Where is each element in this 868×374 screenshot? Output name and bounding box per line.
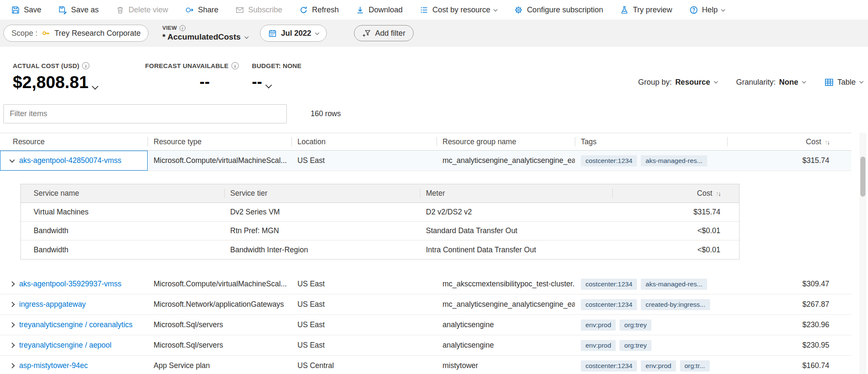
scope-value: Trey Research Corporate (54, 29, 140, 38)
vertical-scrollbar[interactable] (859, 133, 866, 374)
chart-controls: Group by: Resource Granularity: None Tab… (638, 77, 863, 87)
column-header-tags[interactable]: Tags (575, 133, 727, 150)
scope-picker[interactable]: Scope : Trey Research Corporate (3, 25, 148, 42)
service-name-cell: Bandwidth (21, 222, 224, 240)
group-by-label: Group by: (638, 78, 672, 87)
column-header-resource-group[interactable]: Resource group name (437, 133, 575, 150)
location-cell: US East (291, 335, 437, 355)
location-cell: US East (291, 274, 437, 294)
table-row[interactable]: aks-agentpool-42850074-vmss Microsoft.Co… (0, 151, 851, 171)
chevron-down-icon (494, 7, 498, 11)
subscribe-button[interactable]: Subscribe (235, 6, 282, 14)
detail-header-row: Service name Service tier Meter Cost ↑↓ (21, 184, 739, 203)
filter-bar: 160 rows (0, 101, 868, 133)
delete-view-button[interactable]: Delete view (116, 6, 168, 14)
command-bar: Save Save as Delete view Share Subscribe… (0, 0, 868, 20)
service-name-cell: Bandwidth (21, 240, 224, 259)
resource-cell: ingress-appgateway (0, 294, 148, 314)
cost-cell: $230.96 (727, 315, 851, 335)
actual-cost-menu[interactable]: $2,808.81 (13, 73, 97, 92)
table-row[interactable]: aks-agentpool-35929937-vmss Microsoft.Co… (0, 274, 851, 294)
save-button[interactable]: Save (11, 6, 41, 14)
key-icon (42, 29, 50, 37)
share-button[interactable]: Share (185, 6, 218, 14)
beaker-icon (620, 6, 629, 14)
mail-icon (235, 6, 244, 14)
cost-cell: $315.74 (612, 203, 739, 221)
detail-row: Bandwidth Bandwidth Inter-Region Intra C… (21, 240, 739, 259)
view-type-selector[interactable]: Table (824, 77, 863, 87)
group-by-selector[interactable]: Group by: Resource (638, 78, 717, 87)
tag-chip: costcenter:1234 (581, 299, 637, 310)
location-cell: US East (291, 294, 437, 314)
configure-subscription-label: Configure subscription (527, 6, 603, 14)
expand-chevron-icon[interactable] (9, 343, 15, 348)
date-range-picker[interactable]: Jul 2022 (260, 25, 327, 42)
chevron-down-icon (859, 79, 864, 83)
view-selector[interactable]: VIEW * AccumulatedCosts (162, 25, 248, 42)
resource-type-cell: Microsoft.Compute/virtualMachineScal... (148, 151, 291, 171)
column-header-service-tier[interactable]: Service tier (224, 184, 420, 203)
resource-type-cell: App Service plan (148, 356, 291, 374)
budget-menu[interactable]: -- (252, 73, 302, 91)
tag-chip: costcenter:1234 (581, 360, 637, 371)
expand-chevron-icon[interactable] (9, 322, 15, 328)
cost-cell: $160.74 (727, 356, 851, 374)
table-row[interactable]: treyanalyticsengine / aepool Microsoft.S… (0, 335, 851, 356)
add-filter-button[interactable]: Add filter (354, 25, 414, 41)
add-filter-label: Add filter (375, 29, 405, 38)
table-grid-icon (824, 77, 834, 87)
table-row[interactable]: treyanalyticsengine / coreanalytics Micr… (0, 315, 851, 335)
download-button[interactable]: Download (356, 6, 403, 14)
cost-by-resource-menu[interactable]: Cost by resource (420, 6, 497, 14)
tags-cell: costcenter:1234 aks-managed-res... (575, 274, 727, 294)
view-caption-label: VIEW (162, 25, 177, 31)
column-header-cost[interactable]: Cost ↑↓ (612, 184, 739, 203)
resource-link[interactable]: asp-mistytower-94ec (19, 361, 88, 370)
column-header-resource[interactable]: Resource (0, 133, 148, 150)
column-header-resource-type[interactable]: Resource type (148, 133, 291, 150)
resource-link[interactable]: ingress-appgateway (19, 300, 86, 309)
chevron-down-icon (315, 31, 319, 35)
resource-group-cell: analyticsengine (437, 315, 575, 335)
resource-link[interactable]: treyanalyticsengine / coreanalytics (19, 320, 133, 329)
column-header-service-name[interactable]: Service name (21, 184, 224, 203)
tag-chip: aks-managed-res... (641, 279, 707, 290)
help-menu[interactable]: Help (689, 6, 725, 14)
scrollbar-thumb[interactable] (860, 157, 865, 197)
tag-chip: env:prod (581, 320, 616, 331)
detail-row: Bandwidth Rtn Pref: MGN Standard Data Tr… (21, 222, 739, 240)
save-as-button[interactable]: Save as (58, 6, 99, 14)
column-header-meter[interactable]: Meter (420, 184, 612, 203)
cost-analysis-page: Save Save as Delete view Share Subscribe… (0, 0, 868, 374)
budget-value: -- (252, 73, 262, 91)
info-icon (180, 25, 186, 31)
expand-chevron-icon[interactable] (9, 302, 15, 307)
chevron-down-icon (92, 83, 99, 90)
actual-cost-value: $2,808.81 (13, 73, 89, 92)
configure-subscription-button[interactable]: Configure subscription (514, 6, 603, 14)
column-header-location[interactable]: Location (291, 133, 437, 150)
granularity-selector[interactable]: Granularity: None (736, 78, 805, 87)
tag-chip: env:prod (641, 360, 676, 371)
resource-link[interactable]: aks-agentpool-42850074-vmss (19, 156, 121, 165)
table-row[interactable]: asp-mistytower-94ec App Service plan US … (0, 356, 851, 374)
tags-cell: costcenter:1234 env:prod org:tr... (575, 356, 727, 374)
info-icon (231, 62, 239, 69)
column-header-cost[interactable]: Cost ↑↓ (727, 133, 851, 150)
resource-type-cell: Microsoft.Compute/virtualMachineScal... (148, 274, 291, 294)
resource-link[interactable]: aks-agentpool-35929937-vmss (19, 280, 121, 288)
tag-chip: costcenter:1234 (581, 155, 637, 166)
resource-link[interactable]: treyanalyticsengine / aepool (19, 341, 111, 350)
granularity-label: Granularity: (736, 78, 776, 87)
service-tier-cell: Dv2 Series VM (224, 203, 420, 221)
refresh-button[interactable]: Refresh (299, 6, 339, 14)
cost-table: Resource Resource type Location Resource… (0, 133, 851, 374)
try-preview-button[interactable]: Try preview (620, 6, 672, 14)
filter-items-input[interactable] (3, 104, 287, 123)
expand-chevron-icon[interactable] (9, 281, 15, 287)
expand-chevron-icon[interactable] (9, 363, 15, 368)
table-row[interactable]: ingress-appgateway Microsoft.Network/app… (0, 294, 851, 315)
tag-chip: env:prod (581, 340, 616, 351)
collapse-chevron-icon[interactable] (9, 157, 15, 163)
